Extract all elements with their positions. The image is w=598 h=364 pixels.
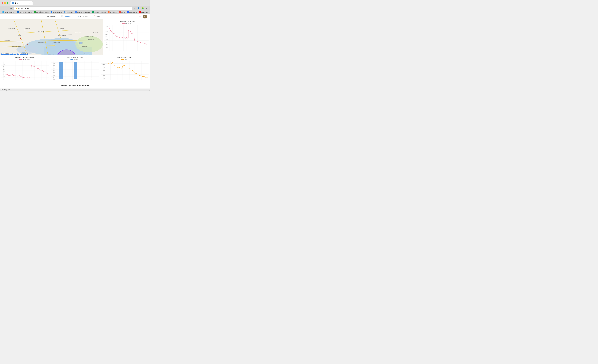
bookmark-label: Workspace bbox=[66, 11, 73, 13]
svg-text:1,000: 1,000 bbox=[102, 67, 105, 68]
gdocs-favicon bbox=[75, 11, 77, 13]
back-button[interactable]: ‹ bbox=[2, 7, 5, 10]
bookmark-cpanel[interactable]: cPanel SC bbox=[107, 11, 118, 13]
tab-title: Crud bbox=[15, 2, 18, 4]
svg-text:1,100: 1,100 bbox=[105, 36, 108, 38]
menu-icon[interactable]: ⋮ bbox=[145, 7, 148, 10]
close-button[interactable] bbox=[2, 2, 3, 4]
vibration-legend-label: Vibration bbox=[125, 23, 131, 24]
bright-svg: 1,200 1,100 1,000 900 800 700 600 bbox=[101, 61, 149, 80]
svg-text:1,000: 1,000 bbox=[105, 39, 108, 40]
forward-button[interactable]: › bbox=[6, 7, 9, 10]
bookmark-messenger[interactable]: Мессенджер bbox=[50, 11, 63, 13]
address-bar[interactable]: 🔒 localhost:4200 bbox=[14, 7, 132, 10]
bookmark-workspace[interactable]: Workspace bbox=[63, 11, 74, 13]
svg-text:Дарагановка: Дарагановка bbox=[38, 42, 45, 43]
address-bar-row: ‹ › ↻ 🔒 localhost:4200 ☆ 👤 🧩 ⋮ bbox=[0, 6, 150, 10]
new-tab-button[interactable]: + bbox=[33, 1, 37, 5]
tab-dashboard[interactable]: 📊 Dashboard bbox=[58, 14, 75, 19]
status-bar: Resolving host... bbox=[0, 89, 150, 91]
svg-text:1,200: 1,200 bbox=[105, 34, 108, 35]
tab-agregators[interactable]: 📡 Agregators bbox=[75, 14, 91, 19]
bright-legend-label: Bright bbox=[125, 58, 128, 60]
svg-text:65.0: 65.0 bbox=[53, 79, 55, 80]
tab-sensors[interactable]: 📍 Sensors bbox=[91, 14, 105, 19]
open-yandex-maps[interactable]: Открыть в Яндекс.Картах bbox=[1, 53, 16, 55]
svg-text:Сукосарматка: Сукосарматка bbox=[8, 28, 16, 29]
bookmark-youtube[interactable]: dUdVstud - YouTu... bbox=[139, 11, 150, 13]
temperature-panel: Sensors Temperature Graph Temperature 1,… bbox=[0, 55, 50, 83]
bookmark-sber[interactable]: Сбербанк Онлайн bbox=[33, 11, 50, 13]
svg-text:1,300: 1,300 bbox=[105, 31, 108, 32]
tab-label: Agregators bbox=[80, 16, 88, 17]
svg-text:66.0: 66.0 bbox=[53, 61, 55, 62]
tab-weather[interactable]: 🌤 Weather bbox=[45, 14, 58, 19]
bookmark-gsheets[interactable]: Google Таблицы bbox=[91, 11, 107, 13]
svg-text:1,230: 1,230 bbox=[3, 78, 5, 79]
bookmark-label: Telegram Web bbox=[5, 11, 14, 13]
bookmark-portal[interactable]: Портал государс... bbox=[16, 11, 33, 13]
bookmark-telegram[interactable]: Telegram Web bbox=[2, 11, 15, 13]
create-map[interactable]: Создать свою карту bbox=[17, 53, 28, 55]
svg-text:А-280: А-280 bbox=[80, 43, 82, 44]
sensors-icon: 📍 bbox=[94, 16, 96, 17]
map-section: 2 × Ефремовка Гаевка Николаевка Малофедо… bbox=[0, 19, 150, 55]
graphs-row: Sensors Temperature Graph Temperature 1,… bbox=[0, 55, 150, 83]
bookmark-gdocs[interactable]: Google Документы bbox=[74, 11, 91, 13]
bookmark-label: dUdVstud - YouTu... bbox=[141, 11, 150, 13]
maximize-button[interactable] bbox=[7, 2, 8, 4]
bookmark-trading[interactable]: TradingView bbox=[126, 11, 138, 13]
svg-point-15 bbox=[75, 36, 103, 52]
user-avatar[interactable]: K bbox=[143, 15, 147, 18]
humidity-svg: 66.0 65.9 65.8 65.7 65.6 65.5 65.4 65.3 … bbox=[51, 61, 99, 80]
bookmark-gmail[interactable]: Gmail bbox=[118, 11, 126, 13]
svg-text:65.1: 65.1 bbox=[53, 77, 55, 78]
extensions-icon[interactable]: 🧩 bbox=[141, 7, 144, 10]
temp-legend-label: Temperature bbox=[23, 58, 30, 60]
svg-text:Ефремовка: Ефремовка bbox=[4, 40, 10, 41]
svg-text:65.6: 65.6 bbox=[53, 68, 55, 69]
browser-tab[interactable]: C Crud ✕ bbox=[10, 1, 33, 5]
tab-close-button[interactable]: ✕ bbox=[29, 2, 31, 4]
svg-text:Самбек: Самбек bbox=[60, 28, 64, 29]
nav-buttons: ‹ › ↻ bbox=[2, 7, 13, 10]
svg-point-11 bbox=[20, 38, 21, 39]
svg-text:1,250: 1,250 bbox=[3, 74, 5, 74]
svg-text:900: 900 bbox=[103, 70, 105, 71]
temp-svg: 1,300 1,290 1,280 1,270 1,260 1,250 1,24… bbox=[1, 61, 49, 80]
svg-rect-94 bbox=[74, 62, 77, 79]
brand-label: K-Lab bbox=[138, 16, 142, 17]
svg-point-12 bbox=[41, 33, 42, 33]
svg-text:600: 600 bbox=[103, 78, 105, 79]
svg-rect-92 bbox=[64, 79, 66, 79]
telegram-favicon bbox=[2, 11, 4, 13]
temp-legend: Temperature bbox=[1, 58, 49, 60]
svg-text:ЗАПАДНЫЙ: ЗАПАДНЫЙ bbox=[53, 42, 59, 43]
trading-favicon bbox=[127, 11, 129, 13]
svg-rect-96 bbox=[101, 61, 149, 80]
cpanel-favicon bbox=[108, 11, 109, 13]
svg-text:1,400: 1,400 bbox=[105, 28, 108, 30]
svg-text:Беессергеневка: Беессергеневка bbox=[58, 35, 66, 36]
portal-favicon bbox=[17, 11, 19, 13]
bookmark-label: cPanel SC bbox=[110, 11, 117, 13]
svg-point-13 bbox=[27, 44, 28, 45]
agregators-icon: 📡 bbox=[77, 16, 80, 17]
humidity-title: Sensors Humidity Graph bbox=[51, 56, 99, 58]
youtube-favicon bbox=[139, 11, 141, 13]
svg-text:Меленьково: Меленьково bbox=[25, 29, 31, 31]
svg-text:Веселый: Веселый bbox=[93, 32, 98, 33]
bookmark-label: Портал государс... bbox=[19, 11, 32, 13]
svg-text:700: 700 bbox=[103, 75, 105, 76]
svg-rect-91 bbox=[59, 62, 63, 79]
svg-text:65.3: 65.3 bbox=[53, 74, 55, 74]
vibration-title: Sensors Vibration Graph bbox=[104, 20, 149, 22]
profile-icon[interactable]: 👤 bbox=[137, 7, 140, 10]
svg-text:1,290: 1,290 bbox=[3, 64, 5, 65]
bookmark-label: TradingView bbox=[129, 11, 138, 13]
bookmark-icon[interactable]: ☆ bbox=[133, 7, 136, 10]
reload-button[interactable]: ↻ bbox=[9, 7, 13, 10]
svg-text:1,260: 1,260 bbox=[3, 71, 5, 72]
weather-icon: 🌤 bbox=[47, 16, 49, 17]
minimize-button[interactable] bbox=[4, 2, 6, 4]
